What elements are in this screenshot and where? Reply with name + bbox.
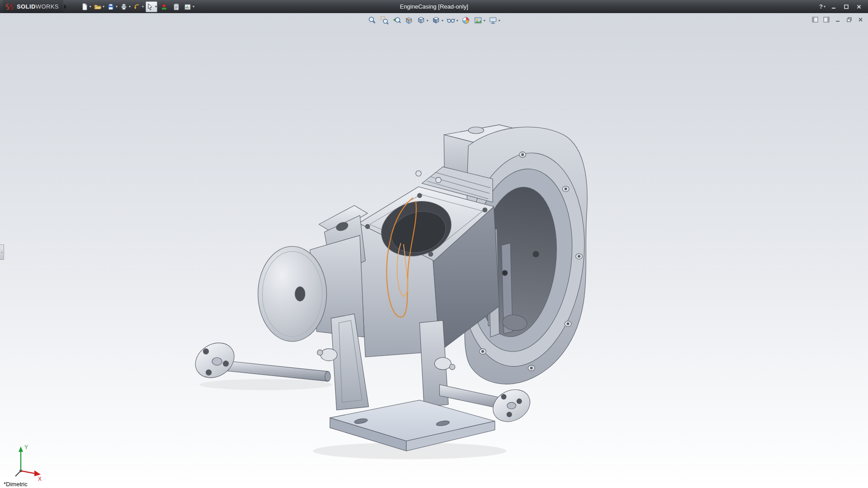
pane-right-icon [823,17,830,23]
ds-logo-icon [5,3,14,11]
triad-y-label: Y [24,444,28,450]
apply-scene-button[interactable] [473,15,486,26]
pane-left-icon [812,17,818,23]
clipboard-icon [172,3,180,11]
doc-restore-icon [846,17,852,23]
view-settings-button[interactable] [488,15,501,26]
doc-close-button[interactable] [856,16,864,23]
edit-appearance-button[interactable] [461,15,472,26]
close-button[interactable] [854,3,863,11]
glasses-icon [446,16,455,25]
section-view-icon [404,16,413,25]
maximize-button[interactable] [842,3,851,11]
doc-minimize-button[interactable] [834,16,842,23]
model-engine-casing[interactable] [0,13,868,488]
maximize-icon [844,4,849,9]
hide-show-items-button[interactable] [445,15,459,26]
document-window-controls [811,16,864,23]
brand-separator [64,5,66,9]
model-shadow-2 [199,379,332,390]
display-style-icon [431,16,440,25]
brand-text: SOLIDWORKS [17,3,59,10]
triad-x-label: X [38,476,42,481]
titlebar[interactable]: SOLIDWORKS [0,0,868,13]
feature-pane-handle[interactable]: ‹ [0,244,4,260]
section-view-button[interactable] [403,15,414,26]
minimize-button[interactable] [829,3,838,11]
options-button[interactable] [183,1,195,12]
show-pane-left-button[interactable] [811,16,819,23]
previous-view-button[interactable] [391,15,402,26]
reference-triad: Y X [10,443,44,481]
minimize-icon [831,4,836,9]
heads-up-toolbar [367,15,501,26]
xpress-products-button[interactable] [159,1,170,12]
solidworks-brand: SOLIDWORKS [3,0,63,13]
display-style-button[interactable] [430,15,444,26]
graphics-viewport[interactable]: ‹ Y X *Dimetric [0,13,868,488]
view-orientation-button[interactable] [415,15,429,26]
xpress-products-icon [160,3,168,11]
printer-icon [120,3,128,11]
doc-minimize-icon [835,17,841,23]
show-pane-right-button[interactable] [822,16,830,23]
zoom-to-fit-button[interactable] [367,15,377,26]
doc-restore-button[interactable] [845,16,853,23]
window-controls: ? [819,3,865,11]
model-left-disc[interactable] [258,246,327,341]
appearance-ball-icon [462,16,471,25]
help-button[interactable]: ? [819,3,826,11]
view-orientation-cube-icon [416,16,425,25]
options-panel-icon [184,3,192,11]
new-document-icon [80,3,89,11]
zoom-to-area-icon [380,16,389,25]
close-icon [856,4,862,9]
zoom-to-area-button[interactable] [379,15,390,26]
new-button[interactable] [80,1,92,12]
open-folder-icon [94,3,102,11]
model-front-axle[interactable] [189,336,330,385]
undo-button[interactable] [132,1,144,12]
doc-close-icon [858,17,863,23]
view-settings-monitor-icon [489,16,498,25]
undo-arrow-icon [133,3,141,11]
previous-view-icon [392,16,401,25]
select-button[interactable] [146,1,157,12]
file-properties-button[interactable] [171,1,182,12]
print-button[interactable] [119,1,131,12]
main-toolbar [80,1,195,12]
scene-icon [474,16,483,25]
view-orientation-label: *Dimetric [4,481,28,488]
open-button[interactable] [93,1,105,12]
select-cursor-icon [146,3,154,11]
zoom-to-fit-icon [368,16,377,25]
save-floppy-icon [107,3,115,11]
save-button[interactable] [106,1,118,12]
solidworks-window: SOLIDWORKS [0,0,868,488]
